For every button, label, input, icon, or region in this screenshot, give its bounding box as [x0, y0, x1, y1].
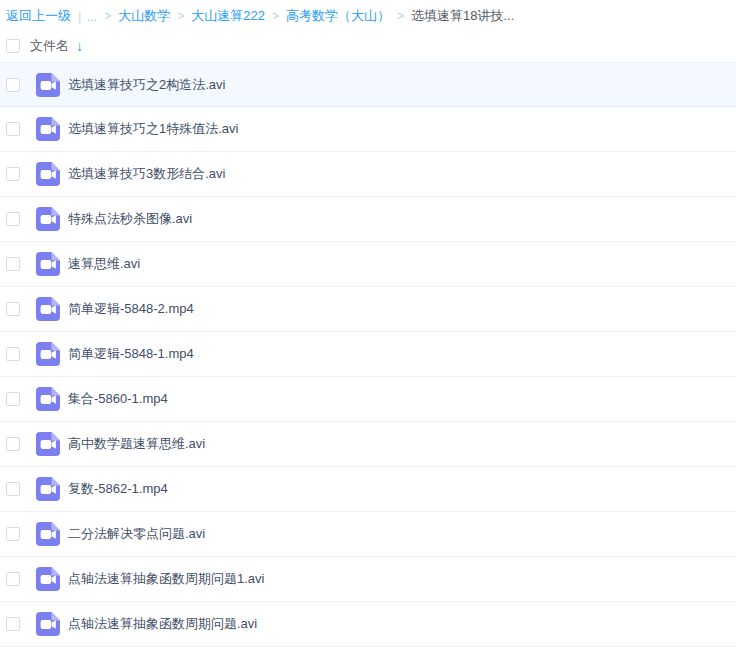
breadcrumb-chevron-separator: > — [177, 9, 184, 23]
breadcrumb-item-1[interactable]: 大山数学 — [118, 7, 170, 25]
file-checkbox[interactable] — [6, 212, 20, 226]
file-checkbox[interactable] — [6, 572, 20, 586]
breadcrumb-back-link[interactable]: 返回上一级 — [6, 7, 71, 25]
file-name-link[interactable]: 速算思维.avi — [68, 255, 140, 273]
file-name-link[interactable]: 简单逻辑-5848-2.mp4 — [68, 300, 194, 318]
file-row[interactable]: 复数-5862-1.mp4 — [0, 467, 736, 512]
video-file-icon — [36, 297, 60, 321]
file-name-link[interactable]: 简单逻辑-5848-1.mp4 — [68, 345, 194, 363]
video-file-icon — [36, 432, 60, 456]
file-name-link[interactable]: 二分法解决零点问题.avi — [68, 525, 205, 543]
file-list: 选填速算技巧之2构造法.avi 选填速算技巧之1特殊值法.avi 选填速算技巧3… — [0, 62, 736, 647]
file-checkbox[interactable] — [6, 617, 20, 631]
select-all-checkbox[interactable] — [6, 39, 20, 53]
video-file-icon — [36, 342, 60, 366]
file-checkbox[interactable] — [6, 122, 20, 136]
breadcrumb-collapsed-link[interactable]: ... — [86, 9, 97, 24]
breadcrumb-chevron-separator: > — [104, 9, 111, 23]
file-name-link[interactable]: 选填速算技巧3数形结合.avi — [68, 165, 225, 183]
file-row[interactable]: 点轴法速算抽象函数周期问题.avi — [0, 602, 736, 647]
video-file-icon — [36, 207, 60, 231]
file-row[interactable]: 简单逻辑-5848-2.mp4 — [0, 287, 736, 332]
file-row[interactable]: 点轴法速算抽象函数周期问题1.avi — [0, 557, 736, 602]
file-checkbox[interactable] — [6, 482, 20, 496]
breadcrumb-pipe-separator: | — [78, 9, 81, 24]
file-checkbox[interactable] — [6, 257, 20, 271]
breadcrumb-current-folder: 选填速算18讲技... — [411, 7, 514, 25]
video-file-icon — [36, 162, 60, 186]
file-share-browser: 返回上一级 | ... > 大山数学 > 大山速算222 > 高考数学（大山） … — [0, 0, 736, 647]
sort-descending-icon[interactable]: ↓ — [76, 39, 83, 53]
breadcrumb-chevron-separator: > — [272, 9, 279, 23]
file-row[interactable]: 简单逻辑-5848-1.mp4 — [0, 332, 736, 377]
file-checkbox[interactable] — [6, 78, 20, 92]
video-file-icon — [36, 252, 60, 276]
filename-column-header[interactable]: 文件名 — [30, 37, 69, 55]
file-checkbox[interactable] — [6, 347, 20, 361]
video-file-icon — [36, 612, 60, 636]
file-checkbox[interactable] — [6, 527, 20, 541]
breadcrumb-chevron-separator: > — [397, 9, 404, 23]
video-file-icon — [36, 477, 60, 501]
file-row[interactable]: 速算思维.avi — [0, 242, 736, 287]
video-file-icon — [36, 117, 60, 141]
video-file-icon — [36, 522, 60, 546]
file-row[interactable]: 二分法解决零点问题.avi — [0, 512, 736, 557]
file-checkbox[interactable] — [6, 392, 20, 406]
file-row[interactable]: 选填速算技巧3数形结合.avi — [0, 152, 736, 197]
file-name-link[interactable]: 点轴法速算抽象函数周期问题.avi — [68, 615, 257, 633]
breadcrumb-item-3[interactable]: 高考数学（大山） — [286, 7, 390, 25]
file-checkbox[interactable] — [6, 167, 20, 181]
file-name-link[interactable]: 高中数学题速算思维.avi — [68, 435, 205, 453]
breadcrumb-item-2[interactable]: 大山速算222 — [191, 7, 265, 25]
file-name-link[interactable]: 选填速算技巧之2构造法.avi — [68, 76, 225, 94]
file-name-link[interactable]: 选填速算技巧之1特殊值法.avi — [68, 120, 238, 138]
video-file-icon — [36, 387, 60, 411]
video-file-icon — [36, 567, 60, 591]
breadcrumb: 返回上一级 | ... > 大山数学 > 大山速算222 > 高考数学（大山） … — [0, 0, 736, 30]
file-row[interactable]: 高中数学题速算思维.avi — [0, 422, 736, 467]
file-name-link[interactable]: 点轴法速算抽象函数周期问题1.avi — [68, 570, 264, 588]
file-checkbox[interactable] — [6, 437, 20, 451]
video-file-icon — [36, 73, 60, 97]
file-row[interactable]: 选填速算技巧之2构造法.avi — [0, 62, 736, 107]
file-name-link[interactable]: 特殊点法秒杀图像.avi — [68, 210, 192, 228]
file-row[interactable]: 特殊点法秒杀图像.avi — [0, 197, 736, 242]
file-list-header: 文件名 ↓ — [0, 30, 736, 62]
file-row[interactable]: 选填速算技巧之1特殊值法.avi — [0, 107, 736, 152]
file-name-link[interactable]: 集合-5860-1.mp4 — [68, 390, 168, 408]
file-name-link[interactable]: 复数-5862-1.mp4 — [68, 480, 168, 498]
file-checkbox[interactable] — [6, 302, 20, 316]
file-row[interactable]: 集合-5860-1.mp4 — [0, 377, 736, 422]
